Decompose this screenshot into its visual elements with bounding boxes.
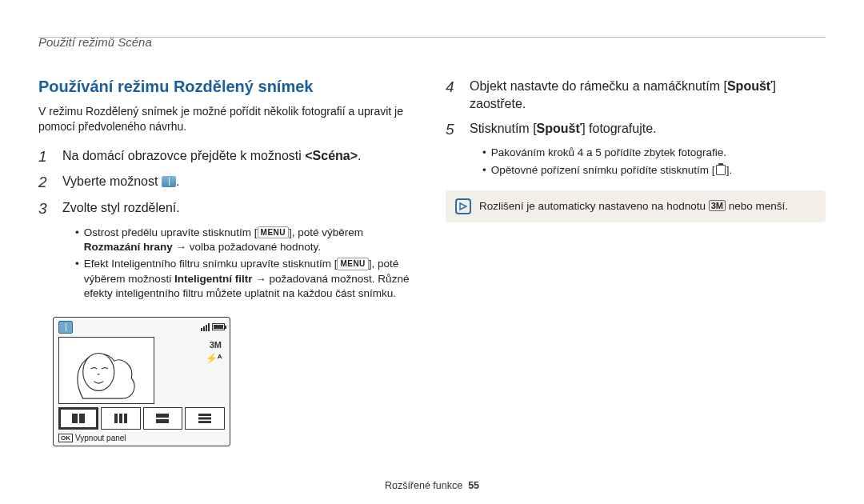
t: → volba požadované hodnoty. (173, 241, 321, 253)
layout-option-3row[interactable] (185, 407, 225, 430)
svg-rect-2 (72, 414, 78, 423)
ok-button-label: OK (58, 434, 73, 442)
t: Efekt Inteligentního filtru snímku uprav… (84, 258, 338, 270)
trash-icon (716, 165, 726, 175)
t: Objekt nastavte do rámečku a namáčknutím… (470, 79, 727, 93)
split-mode-icon (58, 321, 73, 334)
bullet-text: Efekt Inteligentního filtru snímku uprav… (84, 257, 418, 301)
t: Stisknutím [ (470, 122, 537, 135)
step-number: 4 (446, 78, 470, 98)
t: Na domácí obrazovce přejděte k možnosti (62, 149, 305, 162)
t: Vyberte možnost (62, 174, 162, 188)
split-mode-icon (162, 176, 176, 187)
bullet: • Efekt Inteligentního filtru snímku upr… (75, 257, 418, 301)
step5-bullets: • Pakováním kroků 4 a 5 pořídíte zbytek … (446, 146, 826, 177)
bullet-dot: • (482, 163, 486, 178)
layout-strip (58, 407, 225, 430)
flash-auto-icon: ⚡ᴬ (206, 353, 222, 364)
t: ]. (726, 164, 733, 176)
svg-rect-5 (119, 414, 122, 423)
shutter-bold: Spoušť (537, 122, 582, 135)
t: ] fotografujte. (582, 122, 656, 135)
header-rule (38, 37, 826, 38)
resolution-indicator: 3M (210, 340, 222, 350)
bullet-dot: • (482, 146, 486, 160)
layout-option-3col[interactable] (101, 407, 141, 430)
svg-rect-3 (79, 414, 85, 423)
bullet-text: Pakováním kroků 4 a 5 pořídíte zbytek fo… (491, 146, 726, 160)
svg-rect-9 (198, 414, 211, 416)
svg-rect-10 (198, 417, 211, 419)
resolution-3m-icon: 3M (709, 200, 726, 211)
svg-rect-4 (114, 414, 118, 423)
svg-rect-7 (156, 414, 169, 418)
bullet-text: Ostrost předělu upravíte stisknutím [MEN… (84, 226, 418, 254)
shutter-bold: Spoušť (727, 79, 773, 93)
svg-point-1 (83, 353, 114, 390)
step-number: 5 (446, 120, 470, 140)
page-number: 55 (468, 480, 479, 491)
battery-icon (212, 323, 225, 330)
t: Ostrost předělu upravíte stisknutím [ (84, 226, 258, 238)
signal-icon (201, 323, 210, 331)
t: Rozlišení je automaticky nastaveno na ho… (479, 200, 709, 212)
svg-rect-8 (156, 419, 169, 423)
step-5: 5 Stisknutím [Spoušť] fotografujte. (446, 120, 826, 140)
left-column: Používání režimu Rozdělený snímek V reži… (38, 78, 418, 446)
camera-preview: 3M ⚡ᴬ (53, 317, 230, 446)
t: ], poté výběrem (289, 226, 363, 238)
page-footer: Rozšířené funkce 55 (0, 480, 864, 491)
step-2: 2 Vyberte možnost . (38, 173, 418, 193)
step-text: Objekt nastavte do rámečku a namáčknutím… (470, 78, 826, 114)
bullet-text: Opětovné pořízení snímku pořídíte stiskn… (491, 163, 732, 178)
note-box: Rozlišení je automaticky nastaveno na ho… (446, 190, 826, 222)
footer-section: Rozšířené funkce (385, 480, 462, 491)
step-3: 3 Zvolte styl rozdělení. (38, 199, 418, 219)
bullet: • Opětovné pořízení snímku pořídíte stis… (482, 163, 826, 178)
section-title: Používání režimu Rozdělený snímek (38, 78, 418, 96)
step-text: Zvolte styl rozdělení. (62, 199, 180, 217)
layout-option-2col[interactable] (58, 407, 98, 430)
blur-edge-bold: Rozmazání hrany (84, 241, 173, 253)
svg-rect-6 (124, 414, 127, 423)
right-column: 4 Objekt nastavte do rámečku a namáčknut… (446, 78, 826, 446)
svg-rect-11 (198, 421, 211, 423)
t: . (358, 149, 361, 162)
step-number: 3 (38, 199, 62, 219)
preview-footer: OK Vypnout panel (58, 434, 126, 442)
bullet-dot: • (75, 226, 79, 254)
step-text: Na domácí obrazovce přejděte k možnosti … (62, 147, 362, 165)
info-icon (455, 198, 471, 214)
step-text: Stisknutím [Spoušť] fotografujte. (470, 120, 657, 138)
bullet-dot: • (75, 257, 79, 301)
step-number: 1 (38, 147, 62, 167)
t: Opětovné pořízení snímku pořídíte stiskn… (491, 164, 715, 176)
step-text: Vyberte možnost . (62, 173, 179, 190)
menu-button-label: MENU (337, 258, 368, 270)
step-1: 1 Na domácí obrazovce přejděte k možnost… (38, 147, 418, 167)
intro-text: V režimu Rozdělený snímek je možné poříd… (38, 104, 418, 134)
preview-photo (58, 337, 154, 404)
step3-bullets: • Ostrost předělu upravíte stisknutím [M… (38, 226, 418, 301)
note-text: Rozlišení je automaticky nastaveno na ho… (479, 200, 788, 212)
t: nebo menší. (726, 200, 788, 212)
menu-button-label: MENU (258, 226, 289, 239)
step-number: 2 (38, 173, 62, 193)
smart-filter-bold: Inteligentní filtr (174, 273, 253, 285)
footer-label: Vypnout panel (75, 434, 126, 442)
bullet: • Pakováním kroků 4 a 5 pořídíte zbytek … (482, 146, 826, 160)
layout-option-2row[interactable] (143, 407, 183, 430)
t: . (176, 174, 179, 188)
step-4: 4 Objekt nastavte do rámečku a namáčknut… (446, 78, 826, 114)
bullet: • Ostrost předělu upravíte stisknutím [M… (75, 226, 418, 254)
scene-bold: <Scéna> (305, 149, 358, 162)
